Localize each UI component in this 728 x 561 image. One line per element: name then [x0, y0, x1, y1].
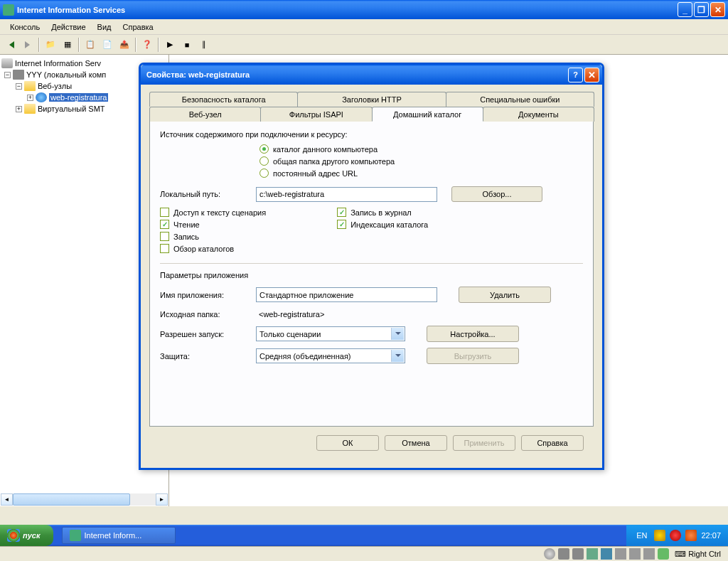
- security-alert-icon[interactable]: [670, 530, 681, 541]
- window-title: Internet Information Services: [17, 6, 678, 14]
- checkbox-icon[interactable]: ✓: [160, 220, 169, 229]
- tab-website[interactable]: Веб-узел: [149, 107, 261, 122]
- check-log[interactable]: ✓Запись в журнал: [337, 208, 428, 217]
- separator: [38, 38, 40, 52]
- check-write[interactable]: Запись: [160, 232, 266, 241]
- shared-folder-icon[interactable]: [643, 548, 655, 560]
- language-indicator[interactable]: EN: [633, 530, 650, 541]
- tab-security[interactable]: Безопасность каталога: [149, 92, 298, 107]
- exec-perm-select[interactable]: Только сценарии: [256, 326, 405, 341]
- checkbox-icon[interactable]: ✓: [337, 208, 346, 217]
- tab-errors[interactable]: Специальные ошибки: [446, 92, 594, 107]
- checkbox-icon[interactable]: [160, 232, 169, 241]
- ok-button[interactable]: ОК: [316, 435, 379, 451]
- app-name-input[interactable]: [256, 287, 437, 302]
- close-button[interactable]: ✕: [710, 2, 725, 17]
- forward-button[interactable]: [20, 37, 36, 53]
- sound-icon[interactable]: [629, 548, 641, 560]
- protection-select[interactable]: Средняя (объединенная): [256, 348, 405, 363]
- checkbox-icon[interactable]: [160, 208, 169, 217]
- separator: [78, 38, 80, 52]
- shield-yellow-icon[interactable]: [654, 530, 665, 541]
- cancel-button[interactable]: Отмена: [385, 435, 447, 451]
- dialog-close-button[interactable]: ✕: [584, 68, 599, 82]
- tab-home-directory[interactable]: Домашний каталог: [372, 107, 483, 122]
- menu-bar: Консоль Действие Вид Справка: [0, 19, 728, 35]
- start-point-value: <web-registratura>: [256, 309, 437, 320]
- tab-isapi[interactable]: Фильтры ISAPI: [260, 107, 372, 122]
- menu-help[interactable]: Справка: [117, 21, 159, 33]
- dialog-help-button[interactable]: ?: [568, 68, 583, 82]
- menu-action[interactable]: Действие: [46, 21, 91, 33]
- collapse-icon[interactable]: −: [16, 83, 22, 90]
- clock[interactable]: 22:07: [701, 531, 721, 540]
- hard-disk-icon[interactable]: [558, 548, 569, 560]
- browse-button[interactable]: Обзор...: [451, 186, 542, 202]
- checkbox-icon[interactable]: ✓: [337, 220, 346, 229]
- separator: [158, 38, 159, 52]
- properties-dialog: Свойства: web-registratura ? ✕ Безопасно…: [139, 63, 604, 470]
- app-icon: [70, 530, 81, 541]
- radio-icon[interactable]: [259, 144, 269, 154]
- unload-button: Выгрузить: [427, 348, 519, 364]
- menu-view[interactable]: Вид: [92, 21, 117, 33]
- refresh-button[interactable]: 📄: [100, 37, 115, 53]
- separator: [135, 38, 136, 52]
- update-icon[interactable]: [685, 530, 697, 541]
- local-path-input[interactable]: [256, 187, 437, 202]
- help-button[interactable]: ❓: [139, 37, 155, 53]
- scroll-track[interactable]: [13, 493, 156, 506]
- app-name-label: Имя приложения:: [160, 291, 256, 299]
- app-icon: [3, 4, 14, 16]
- help-button[interactable]: Справка: [521, 435, 584, 451]
- start-point-label: Исходная папка:: [160, 310, 256, 319]
- toolbar: 📁 ▦ 📋 📄 📤 ❓ ▶ ■ ∥: [0, 35, 728, 55]
- folder-icon: [24, 81, 36, 91]
- tab-container: Безопасность каталога Заголовки HTTP Спе…: [149, 92, 594, 122]
- export-button[interactable]: 📤: [117, 37, 132, 53]
- menu-console[interactable]: Консоль: [4, 21, 46, 33]
- show-panel-button[interactable]: ▦: [60, 37, 75, 53]
- usb-icon[interactable]: [615, 548, 626, 560]
- mouse-integration-icon[interactable]: [658, 548, 669, 560]
- system-tray: EN 22:07: [626, 525, 728, 546]
- protection-label: Защита:: [160, 352, 256, 360]
- floppy-icon[interactable]: [572, 548, 584, 560]
- stop-button[interactable]: ■: [179, 37, 195, 53]
- check-read[interactable]: ✓Чтение: [160, 220, 266, 229]
- check-index[interactable]: ✓Индексация каталога: [337, 220, 428, 229]
- pause-button[interactable]: ∥: [196, 37, 212, 53]
- network-icon[interactable]: [587, 548, 598, 560]
- expand-icon[interactable]: +: [27, 95, 33, 101]
- radio-local-dir[interactable]: каталог данного компьютера: [259, 144, 583, 154]
- maximize-button[interactable]: ❐: [694, 2, 709, 17]
- tab-documents[interactable]: Документы: [483, 107, 594, 122]
- remove-button[interactable]: Удалить: [459, 287, 551, 303]
- optical-drive-icon[interactable]: [544, 548, 555, 560]
- taskbar-item-iis[interactable]: Internet Inform...: [62, 527, 176, 544]
- display-icon[interactable]: [601, 548, 612, 560]
- radio-share[interactable]: общая папка другого компьютера: [259, 156, 583, 166]
- dialog-titlebar[interactable]: Свойства: web-registratura ? ✕: [141, 65, 602, 85]
- radio-url[interactable]: постоянный адрес URL: [259, 169, 583, 178]
- tab-headers[interactable]: Заголовки HTTP: [297, 92, 446, 107]
- collapse-icon[interactable]: −: [4, 72, 11, 78]
- play-button[interactable]: ▶: [162, 37, 178, 53]
- check-script-access[interactable]: Доступ к тексту сценария: [160, 208, 266, 217]
- up-button[interactable]: 📁: [43, 37, 58, 53]
- back-button[interactable]: [3, 37, 18, 53]
- checkbox-icon[interactable]: [160, 244, 169, 253]
- host-key-indicator[interactable]: ⌨ Right Ctrl: [672, 550, 724, 559]
- radio-icon[interactable]: [259, 156, 269, 166]
- scroll-thumb[interactable]: [13, 493, 130, 506]
- start-button[interactable]: пуск: [0, 525, 53, 546]
- check-browse[interactable]: Обзор каталогов: [160, 244, 266, 253]
- expand-icon[interactable]: +: [16, 106, 22, 112]
- configure-button[interactable]: Настройка...: [427, 326, 519, 342]
- radio-icon[interactable]: [259, 169, 269, 178]
- minimize-button[interactable]: _: [678, 2, 692, 17]
- scroll-right-button[interactable]: ►: [156, 493, 168, 506]
- properties-button[interactable]: 📋: [82, 37, 98, 53]
- scroll-left-button[interactable]: ◄: [1, 493, 13, 506]
- source-label: Источник содержимого при подключении к р…: [160, 130, 583, 139]
